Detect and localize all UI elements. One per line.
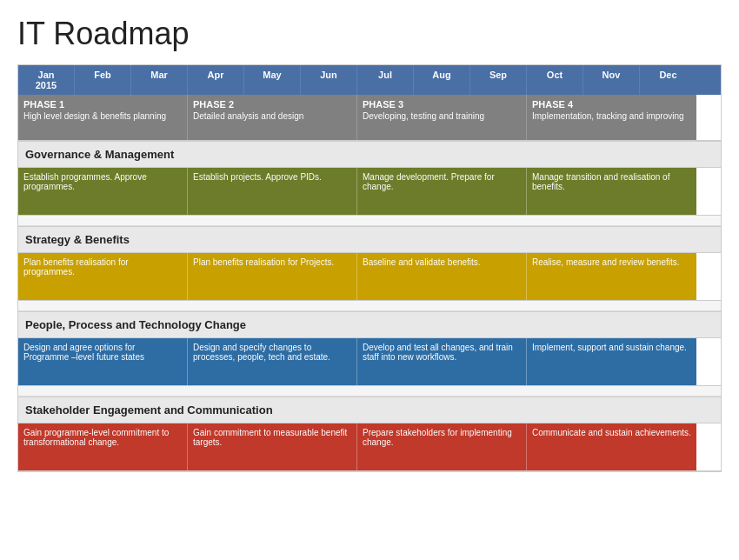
header-sep: Sep bbox=[470, 65, 527, 95]
phase-3-desc: Developing, testing and training bbox=[363, 111, 521, 121]
people-task-1: Design and agree options for Programme –… bbox=[18, 338, 188, 385]
strategy-task-row: Plan benefits realisation for programmes… bbox=[18, 253, 721, 301]
header-feb: Feb bbox=[75, 65, 131, 95]
stakeholder-task-row: Gain programme-level commitment to trans… bbox=[18, 423, 721, 471]
header-mar: Mar bbox=[131, 65, 188, 95]
section-people-header: People, Process and Technology Change bbox=[18, 311, 721, 338]
stake-task-2: Gain commitment to measurable benefit ta… bbox=[188, 423, 357, 470]
header-jan: Jan2015 bbox=[18, 65, 75, 95]
people-task-3: Develop and test all changes, and train … bbox=[357, 338, 527, 385]
gov-task-1: Establish programmes. Approve programmes… bbox=[18, 168, 188, 215]
phase-2-desc: Detailed analysis and design bbox=[193, 111, 351, 121]
phase-4-title: PHASE 4 bbox=[532, 99, 691, 110]
gov-task-4: Manage transition and realisation of ben… bbox=[527, 168, 696, 215]
governance-task-row: Establish programmes. Approve programmes… bbox=[18, 168, 721, 216]
phase-4-desc: Implementation, tracking and improving bbox=[532, 111, 691, 121]
strat-task-1: Plan benefits realisation for programmes… bbox=[18, 253, 188, 300]
header-aug: Aug bbox=[414, 65, 470, 95]
spacer-2 bbox=[18, 301, 721, 311]
people-task-row: Design and agree options for Programme –… bbox=[18, 338, 721, 386]
roadmap-grid: Jan2015 Feb Mar Apr May Jun Jul Aug Sep … bbox=[17, 64, 722, 472]
phase-1-desc: High level design & benefits planning bbox=[23, 111, 182, 121]
stake-task-1: Gain programme-level commitment to trans… bbox=[18, 423, 188, 470]
phase-2-cell: PHASE 2 Detailed analysis and design bbox=[188, 95, 357, 140]
phase-1-cell: PHASE 1 High level design & benefits pla… bbox=[18, 95, 188, 140]
phase-2-title: PHASE 2 bbox=[193, 99, 351, 110]
header-nov: Nov bbox=[583, 65, 640, 95]
header-row: Jan2015 Feb Mar Apr May Jun Jul Aug Sep … bbox=[18, 65, 721, 95]
phase-1-title: PHASE 1 bbox=[23, 99, 182, 110]
people-task-4: Implement, support and sustain change. bbox=[527, 338, 696, 385]
phase-3-cell: PHASE 3 Developing, testing and training bbox=[357, 95, 527, 140]
header-may: May bbox=[244, 65, 301, 95]
gov-task-3: Manage development. Prepare for change. bbox=[357, 168, 527, 215]
phase-4-cell: PHASE 4 Implementation, tracking and imp… bbox=[527, 95, 696, 140]
people-task-2: Design and specify changes to processes,… bbox=[188, 338, 357, 385]
stake-task-3: Prepare stakeholders for implementing ch… bbox=[357, 423, 527, 470]
gov-task-2: Establish projects. Approve PIDs. bbox=[188, 168, 357, 215]
section-stakeholder-header: Stakeholder Engagement and Communication bbox=[18, 397, 721, 423]
strat-task-2: Plan benefits realisation for Projects. bbox=[188, 253, 357, 300]
section-strategy-header: Strategy & Benefits bbox=[18, 226, 721, 253]
spacer-1 bbox=[18, 216, 721, 226]
header-jun: Jun bbox=[301, 65, 357, 95]
header-dec: Dec bbox=[640, 65, 696, 95]
strat-task-4: Realise, measure and review benefits. bbox=[527, 253, 696, 300]
spacer-3 bbox=[18, 386, 721, 397]
phase-3-title: PHASE 3 bbox=[363, 99, 521, 110]
header-apr: Apr bbox=[188, 65, 244, 95]
header-oct: Oct bbox=[527, 65, 583, 95]
phase-row: PHASE 1 High level design & benefits pla… bbox=[18, 95, 721, 141]
header-jul: Jul bbox=[357, 65, 414, 95]
stake-task-4: Communicate and sustain achievements. bbox=[527, 423, 696, 470]
strat-task-3: Baseline and validate benefits. bbox=[357, 253, 527, 300]
section-governance-header: Governance & Management bbox=[18, 141, 721, 168]
page-title: IT Roadmap bbox=[17, 16, 722, 52]
